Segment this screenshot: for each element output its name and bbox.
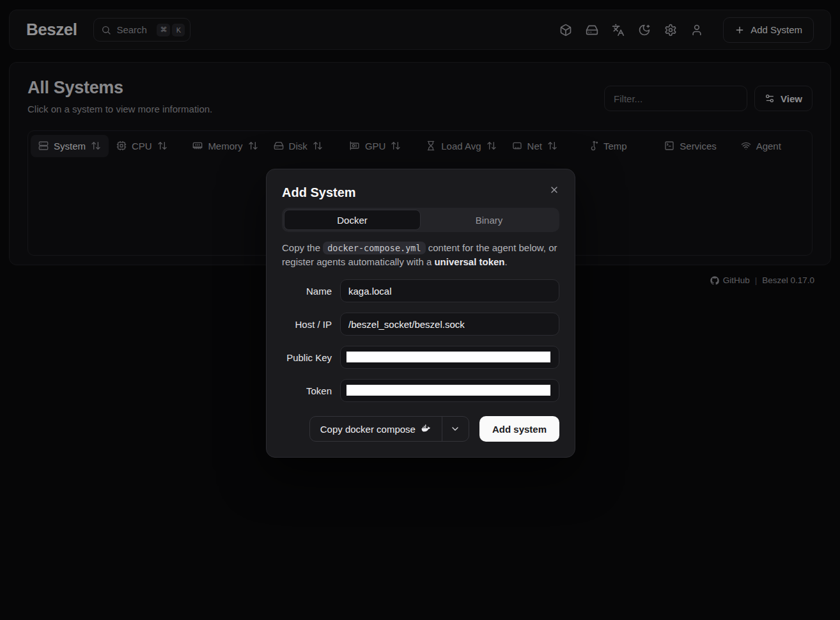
public-key-field[interactable] [340, 346, 559, 369]
close-icon [549, 185, 559, 195]
copy-docker-compose-label: Copy docker compose [320, 424, 416, 435]
docker-icon [421, 424, 432, 434]
compose-filename-chip: docker-compose.yml [323, 242, 425, 254]
form-row-host: Host / IP [282, 313, 559, 336]
add-system-submit-button[interactable]: Add system [479, 416, 559, 442]
form-row-token: Token [282, 379, 559, 402]
universal-token-link[interactable]: universal token [434, 256, 504, 267]
name-label: Name [282, 286, 332, 297]
add-system-dialog: Add System Docker Binary Copy the docker… [266, 169, 575, 458]
copy-options-button[interactable] [442, 417, 469, 441]
form-row-public-key: Public Key [282, 346, 559, 369]
add-system-form: Name Host / IP Public Key Token [282, 279, 559, 402]
dialog-description: Copy the docker-compose.yml content for … [282, 241, 559, 269]
dialog-title: Add System [282, 185, 559, 200]
host-ip-field[interactable] [340, 313, 559, 336]
form-row-name: Name [282, 279, 559, 302]
copy-docker-compose-button[interactable]: Copy docker compose [310, 417, 442, 441]
name-field[interactable] [340, 279, 559, 302]
agent-type-tabs: Docker Binary [282, 208, 559, 232]
token-field[interactable] [340, 379, 559, 402]
host-ip-label: Host / IP [282, 319, 332, 330]
close-button[interactable] [547, 182, 562, 198]
chevron-down-icon [450, 424, 460, 434]
token-label: Token [282, 385, 332, 396]
copy-compose-split-button: Copy docker compose [309, 416, 469, 442]
tab-binary[interactable]: Binary [421, 210, 557, 230]
public-key-label: Public Key [282, 352, 332, 363]
tab-docker[interactable]: Docker [284, 210, 421, 230]
dialog-actions: Copy docker compose Add system [282, 416, 559, 442]
